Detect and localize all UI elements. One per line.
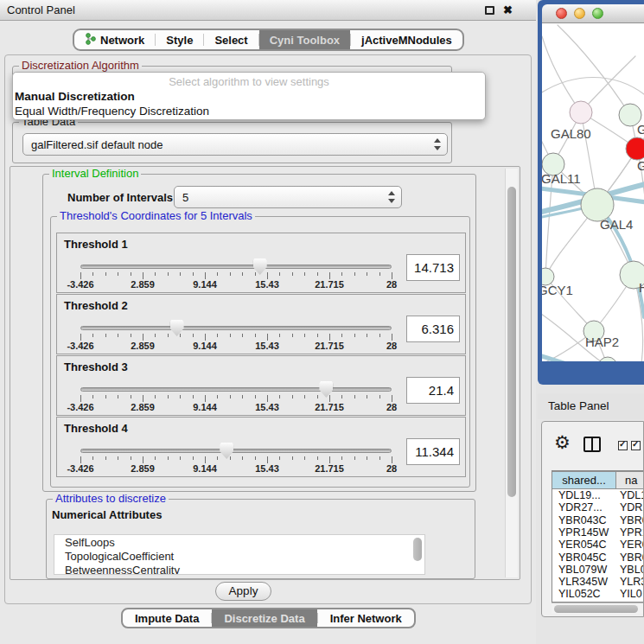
column-header[interactable]: na — [616, 471, 644, 489]
cell-shared-name: YBL079W — [552, 564, 616, 576]
checkbox-icon[interactable] — [618, 441, 628, 450]
tab-network[interactable]: Network — [74, 30, 155, 49]
combo-value: galFiltered.sif default node — [31, 134, 163, 156]
cell-shared-name: YLR345W — [552, 576, 616, 588]
network-node[interactable] — [598, 357, 617, 361]
slider-tick-labels: -3.4262.8599.14415.4321.71528 — [80, 402, 392, 412]
group-title: Attributes to discretize — [53, 493, 169, 505]
bottom-tab-bar: Impute DataDiscretize DataInfer Network — [121, 608, 416, 628]
close-traffic-light-icon[interactable] — [556, 8, 567, 19]
tab-style[interactable]: Style — [156, 30, 203, 49]
split-columns-icon[interactable] — [583, 437, 601, 452]
network-canvas[interactable]: GAL80GAGAL1GAL11GAL4GCY1HHAP2 — [542, 23, 644, 361]
algorithm-dropdown-popup: Select algorithm to view settings Manual… — [12, 72, 486, 120]
table-row[interactable]: YLR345WYLR3 — [552, 576, 644, 588]
network-node[interactable] — [570, 101, 592, 124]
table-row[interactable]: YDL19...YDL1 — [552, 489, 644, 501]
cell-shared-name: YBR043C — [552, 514, 616, 526]
threshold-label: Threshold 2 — [64, 299, 128, 312]
table-header-row: shared... na — [552, 471, 644, 489]
network-node[interactable] — [626, 137, 644, 160]
slider-track[interactable] — [80, 326, 392, 330]
tab-jactivemnodules[interactable]: jActiveMNodules — [351, 30, 462, 49]
threshold-box: Threshold 1-3.4262.8599.14415.4321.71528… — [56, 233, 466, 293]
slider-track[interactable] — [80, 265, 392, 269]
table-row[interactable]: YIL052CYIL0 — [552, 588, 644, 600]
table-panel: ⚙ shared... na YDL19...YDL1YDR27...YDR2Y… — [541, 421, 644, 617]
tab-label: Impute Data — [135, 612, 199, 625]
tab-infer-network[interactable]: Infer Network — [318, 609, 414, 627]
threshold-value-field[interactable]: 21.4 — [406, 377, 460, 404]
table-row[interactable]: YPR145WYPR1 — [552, 526, 644, 539]
cell-name: YBL0 — [616, 564, 644, 576]
list-item[interactable]: SelfLoops — [54, 536, 424, 550]
table-data-group: Table Data galFiltered.sif default node — [12, 122, 452, 163]
combo-value: 5 — [182, 187, 188, 208]
cell-shared-name: YDL19... — [552, 489, 616, 501]
settings-scrollbar[interactable] — [505, 169, 518, 577]
cell-shared-name: YIL052C — [552, 588, 616, 600]
attributes-group: Attributes to discretize Numerical Attri… — [46, 499, 475, 579]
cell-shared-name: YPR145W — [552, 526, 616, 539]
numerical-attributes-list[interactable]: SelfLoopsTopologicalCoefficientBetweenne… — [54, 534, 425, 575]
cell-name: YBR0 — [616, 552, 644, 564]
table-row[interactable]: YBL079WYBL0 — [552, 564, 644, 576]
tab-label: Style — [166, 34, 193, 47]
cell-name: YER0 — [616, 539, 644, 551]
list-item[interactable]: BetweennessCentrality — [54, 564, 424, 575]
tab-cyni-toolbox[interactable]: Cyni Toolbox — [259, 30, 350, 49]
network-view-window: GAL80GAGAL1GAL11GAL4GCY1HHAP2 — [538, 0, 644, 385]
list-item[interactable]: TopologicalCoefficient — [54, 550, 424, 564]
table-data-combo[interactable]: galFiltered.sif default node — [22, 133, 448, 156]
cell-name: YLR3 — [616, 576, 644, 588]
node-label: GAL80 — [551, 126, 591, 141]
network-graph: GAL80GAGAL1GAL11GAL4GCY1HHAP2 — [542, 23, 644, 361]
slider-track[interactable] — [80, 449, 392, 453]
group-title: Interval Definition — [49, 168, 141, 180]
slider-track[interactable] — [80, 387, 392, 392]
cell-name: YIL0 — [616, 588, 644, 600]
group-title: Discretization Algorithm — [19, 60, 142, 72]
column-header[interactable]: shared... — [552, 471, 616, 489]
network-icon — [85, 33, 96, 48]
minimize-traffic-light-icon[interactable] — [574, 8, 585, 19]
threshold-box: Threshold 2-3.4262.8599.14415.4321.71528… — [56, 294, 466, 354]
node-label: GAL11 — [542, 171, 581, 186]
cell-shared-name: YBR045C — [552, 552, 616, 564]
apply-button[interactable]: Apply — [215, 582, 271, 601]
settings-scroll-region: Interval Definition Number of Intervals … — [10, 166, 520, 580]
tab-impute-data[interactable]: Impute Data — [123, 609, 211, 627]
num-intervals-label: Number of Intervals — [67, 191, 173, 204]
dropdown-option[interactable]: Manual Discretization — [15, 90, 135, 103]
table-panel-title: Table Panel — [548, 399, 609, 412]
dropdown-option[interactable]: Equal Width/Frequency Discretization — [15, 105, 209, 118]
cell-shared-name: YER054C — [552, 539, 616, 551]
table-hscrollbar[interactable] — [552, 603, 644, 614]
num-intervals-combo[interactable]: 5 — [174, 186, 402, 208]
slider-tick-labels: -3.4262.8599.14415.4321.71528 — [80, 279, 392, 290]
cell-name: YDR2 — [616, 501, 644, 513]
threshold-value-field[interactable]: 6.316 — [406, 316, 460, 342]
dropdown-placeholder: Select algorithm to view settings — [13, 75, 485, 88]
table-row[interactable]: YBR043CYBR0 — [552, 514, 644, 526]
gear-icon[interactable]: ⚙ — [554, 433, 571, 452]
table-row[interactable]: YDR27...YDR2 — [552, 501, 644, 513]
table-row[interactable]: YBR045CYBR0 — [552, 552, 644, 564]
zoom-traffic-light-icon[interactable] — [592, 8, 603, 19]
numerical-attributes-label: Numerical Attributes — [52, 508, 162, 521]
tab-label: jActiveMNodules — [361, 34, 452, 47]
list-scrollbar[interactable] — [413, 537, 423, 572]
float-window-icon[interactable] — [485, 6, 494, 15]
network-window-titlebar — [542, 4, 644, 23]
node-attribute-table[interactable]: shared... na YDL19...YDL1YDR27...YDR2YBR… — [552, 470, 644, 603]
close-icon[interactable]: ✖ — [503, 3, 513, 18]
slider-tick-labels: -3.4262.8599.14415.4321.71528 — [80, 463, 392, 474]
threshold-value-field[interactable]: 14.713 — [406, 254, 460, 281]
table-row[interactable]: YER054CYER0 — [552, 539, 644, 551]
top-tab-bar: NetworkStyleSelectCyni ToolboxjActiveMNo… — [73, 29, 464, 51]
tab-select[interactable]: Select — [204, 30, 258, 49]
checkbox-icon[interactable] — [631, 441, 641, 450]
threshold-value-field[interactable]: 11.344 — [406, 438, 460, 465]
tab-discretize-data[interactable]: Discretize Data — [212, 609, 316, 627]
node-label: H — [639, 280, 644, 295]
